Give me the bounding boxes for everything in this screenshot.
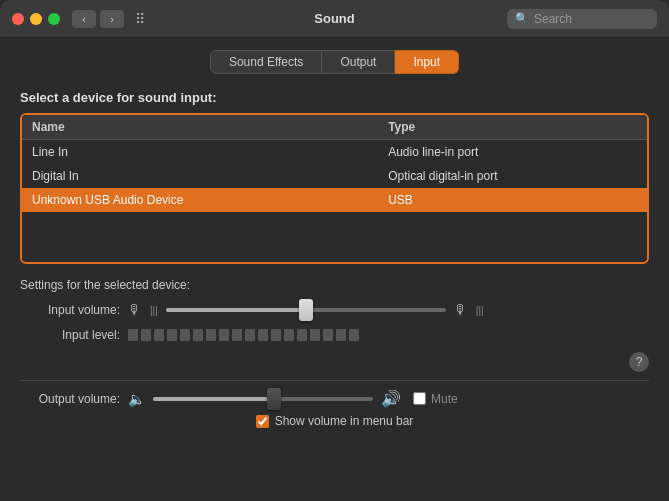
mute-section: Mute	[413, 392, 458, 406]
level-bar-14	[297, 329, 307, 341]
table-row[interactable]: Digital In Optical digital-in port	[22, 164, 647, 188]
device-type-cell: USB	[378, 188, 647, 212]
input-volume-slider-track	[166, 308, 446, 312]
level-bar-2	[141, 329, 151, 341]
level-bar-10	[245, 329, 255, 341]
level-bar-17	[336, 329, 346, 341]
table-empty-row	[22, 212, 647, 262]
mute-checkbox[interactable]	[413, 392, 426, 405]
input-level-bars	[128, 329, 359, 341]
level-bar-8	[219, 329, 229, 341]
help-row: ?	[20, 352, 649, 372]
mute-label: Mute	[431, 392, 458, 406]
level-bar-16	[323, 329, 333, 341]
show-volume-label: Show volume in menu bar	[275, 414, 414, 428]
input-volume-slider-thumb[interactable]	[299, 299, 313, 321]
forward-button[interactable]: ›	[100, 10, 124, 28]
level-bar-3	[154, 329, 164, 341]
grid-button[interactable]: ⠿	[128, 10, 152, 28]
input-section-heading: Select a device for sound input:	[20, 90, 649, 105]
tab-bar: Sound Effects Output Input	[20, 50, 649, 74]
col-header-type: Type	[378, 115, 647, 140]
level-bar-11	[258, 329, 268, 341]
output-volume-slider-fill	[153, 397, 274, 401]
speaker-low-icon: 🔈	[128, 391, 145, 407]
level-bar-15	[310, 329, 320, 341]
mic-low-icon: 🎙	[128, 302, 142, 318]
speaker-high-icon: 🔊	[381, 389, 401, 408]
device-name-cell: Unknown USB Audio Device	[22, 188, 378, 212]
level-bar-1	[128, 329, 138, 341]
close-button[interactable]	[12, 13, 24, 25]
tab-output[interactable]: Output	[322, 50, 395, 74]
level-bar-13	[284, 329, 294, 341]
show-volume-row: Show volume in menu bar	[20, 414, 649, 428]
content-area: Sound Effects Output Input Select a devi…	[0, 38, 669, 501]
output-volume-slider-thumb[interactable]	[267, 388, 281, 410]
input-volume-row: Input volume: 🎙 ||| 🎙 |||	[20, 302, 649, 318]
traffic-lights	[12, 13, 60, 25]
device-name-cell: Digital In	[22, 164, 378, 188]
output-volume-slider-track	[153, 397, 373, 401]
table-header-row: Name Type	[22, 115, 647, 140]
tab-sound-effects[interactable]: Sound Effects	[210, 50, 323, 74]
level-bar-18	[349, 329, 359, 341]
show-volume-checkbox[interactable]	[256, 415, 269, 428]
level-bar-6	[193, 329, 203, 341]
device-name-cell: Line In	[22, 140, 378, 165]
bottom-bar: Output volume: 🔈 🔊 Mute Show volume in m…	[20, 380, 649, 428]
device-type-cell: Audio line-in port	[378, 140, 647, 165]
level-bar-4	[167, 329, 177, 341]
search-input[interactable]	[534, 12, 649, 26]
input-volume-label: Input volume:	[20, 303, 120, 317]
back-button[interactable]: ‹	[72, 10, 96, 28]
tab-input[interactable]: Input	[395, 50, 459, 74]
col-header-name: Name	[22, 115, 378, 140]
settings-heading: Settings for the selected device:	[20, 278, 649, 292]
table-row[interactable]: Line In Audio line-in port	[22, 140, 647, 165]
minimize-button[interactable]	[30, 13, 42, 25]
help-button[interactable]: ?	[629, 352, 649, 372]
level-bar-7	[206, 329, 216, 341]
input-volume-slider-fill	[166, 308, 306, 312]
titlebar: ‹ › ⠿ Sound 🔍	[0, 0, 669, 38]
mic-dots-right: |||	[476, 305, 484, 316]
search-box[interactable]: 🔍	[507, 9, 657, 29]
level-bar-9	[232, 329, 242, 341]
level-bar-5	[180, 329, 190, 341]
input-level-label: Input level:	[20, 328, 120, 342]
device-type-cell: Optical digital-in port	[378, 164, 647, 188]
search-icon: 🔍	[515, 12, 529, 25]
mic-high-icon: 🎙	[454, 302, 468, 318]
mic-dots-left: |||	[150, 305, 158, 316]
nav-buttons: ‹ ›	[72, 10, 124, 28]
table-row-selected[interactable]: Unknown USB Audio Device USB	[22, 188, 647, 212]
device-table: Name Type Line In Audio line-in port Dig…	[22, 115, 647, 262]
level-bar-12	[271, 329, 281, 341]
output-volume-label: Output volume:	[20, 392, 120, 406]
device-table-wrapper: Name Type Line In Audio line-in port Dig…	[20, 113, 649, 264]
maximize-button[interactable]	[48, 13, 60, 25]
output-volume-row: Output volume: 🔈 🔊 Mute	[20, 389, 649, 408]
window-title: Sound	[314, 11, 354, 26]
input-level-row: Input level:	[20, 328, 649, 342]
